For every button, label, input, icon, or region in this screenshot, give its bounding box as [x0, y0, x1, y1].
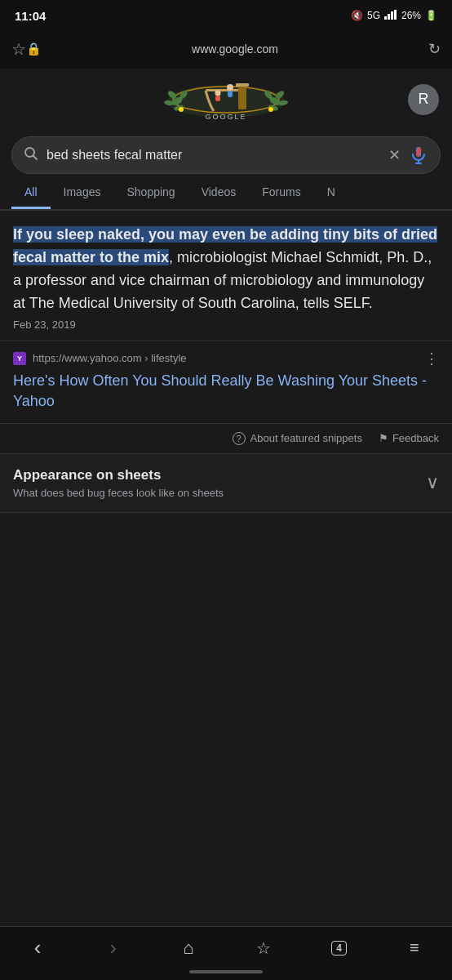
status-icons: 🔇 5G 26% 🔋 [351, 10, 437, 22]
tab-all[interactable]: All [11, 177, 51, 209]
tab-forums[interactable]: Forums [249, 177, 313, 209]
yahoo-favicon: Y [13, 352, 26, 365]
source-url: https://www.yahoo.com › lifestyle [33, 352, 418, 364]
battery-text: 26% [401, 10, 421, 21]
refresh-icon[interactable]: ↻ [428, 40, 441, 58]
source-row: Y https://www.yahoo.com › lifestyle ⋮ [13, 350, 439, 368]
clear-search-icon[interactable]: ✕ [388, 146, 401, 164]
source-card[interactable]: Y https://www.yahoo.com › lifestyle ⋮ He… [0, 341, 452, 424]
signal-text: 5G [367, 10, 380, 21]
tabs-button[interactable]: 4 [321, 941, 357, 956]
bookmarks-button[interactable]: ☆ [246, 938, 281, 958]
status-time: 11:04 [15, 9, 46, 23]
tabs-bar: All Images Shopping Videos Forums N [0, 177, 452, 210]
google-doodle: GOOGLE [161, 77, 291, 122]
svg-point-19 [227, 84, 233, 91]
tab-images[interactable]: Images [51, 177, 114, 209]
svg-rect-23 [238, 85, 246, 109]
svg-text:GOOGLE: GOOGLE [205, 113, 246, 121]
tabs-count: 4 [331, 941, 347, 956]
search-bar-container: bed sheets fecal matter ✕ [0, 130, 452, 177]
svg-point-21 [215, 91, 221, 96]
about-snippets[interactable]: ? About featured snippets [233, 432, 362, 445]
svg-rect-20 [228, 91, 233, 97]
svg-point-16 [179, 107, 184, 112]
forward-button[interactable]: › [95, 935, 131, 960]
appearance-title: Appearance on sheets [13, 467, 224, 483]
snippet-date: Feb 23, 2019 [13, 318, 439, 331]
chevron-down-icon[interactable]: ∨ [426, 472, 439, 493]
search-icon [24, 146, 38, 165]
appearance-text-group: Appearance on sheets What does bed bug f… [13, 467, 224, 499]
featured-snippet: If you sleep naked, you may even be addi… [0, 211, 452, 341]
snippet-footer: ? About featured snippets ⚑ Feedback [0, 424, 452, 454]
search-query[interactable]: bed sheets fecal matter [47, 148, 380, 163]
tab-videos[interactable]: Videos [188, 177, 250, 209]
svg-rect-1 [388, 14, 390, 20]
bottom-nav: ‹ › ⌂ ☆ 4 ≡ [0, 926, 452, 980]
signal-bars-icon [384, 10, 397, 22]
menu-button[interactable]: ≡ [397, 938, 432, 957]
browser-bar: ☆ 🔒 www.google.com ↻ [0, 29, 452, 69]
url-display[interactable]: www.google.com [42, 42, 428, 56]
nav-buttons: ‹ › ⌂ ☆ 4 ≡ [0, 927, 452, 965]
status-bar: 11:04 🔇 5G 26% 🔋 [0, 0, 452, 29]
svg-rect-24 [236, 83, 249, 87]
svg-rect-28 [416, 147, 421, 157]
appearance-header: Appearance on sheets What does bed bug f… [13, 467, 439, 499]
google-logo-area: GOOGLE [161, 77, 291, 122]
snippet-text: If you sleep naked, you may even be addi… [13, 224, 439, 315]
appearance-subtitle: What does bed bug feces look like on she… [13, 487, 224, 499]
mic-icon[interactable] [409, 145, 428, 165]
feedback-icon: ⚑ [379, 432, 388, 444]
tab-more[interactable]: N [314, 177, 348, 209]
home-button[interactable]: ⌂ [171, 938, 206, 959]
gesture-line [189, 970, 263, 973]
svg-rect-3 [394, 10, 397, 20]
appearance-section[interactable]: Appearance on sheets What does bed bug f… [0, 454, 452, 513]
search-bar[interactable]: bed sheets fecal matter ✕ [11, 136, 441, 174]
battery-icon: 🔋 [425, 10, 437, 21]
feedback-label: Feedback [392, 432, 439, 444]
svg-line-27 [33, 155, 38, 159]
svg-point-17 [268, 107, 273, 112]
svg-rect-0 [384, 16, 387, 20]
svg-rect-22 [215, 96, 220, 101]
bookmark-star-icon[interactable]: ☆ [11, 39, 26, 59]
tab-shopping[interactable]: Shopping [113, 177, 188, 209]
lock-icon: 🔒 [26, 42, 42, 56]
google-header: GOOGLE R [0, 69, 452, 130]
feedback-button[interactable]: ⚑ Feedback [379, 432, 439, 444]
about-snippets-label: About featured snippets [250, 432, 362, 444]
svg-rect-2 [391, 11, 393, 20]
question-circle-icon: ? [233, 432, 246, 445]
back-button[interactable]: ‹ [20, 935, 55, 960]
avatar[interactable]: R [408, 84, 439, 115]
source-options-icon[interactable]: ⋮ [424, 350, 439, 368]
source-title[interactable]: Here's How Often You Should Really Be Wa… [13, 371, 439, 412]
mute-icon: 🔇 [351, 10, 363, 21]
gesture-bar [0, 965, 452, 980]
